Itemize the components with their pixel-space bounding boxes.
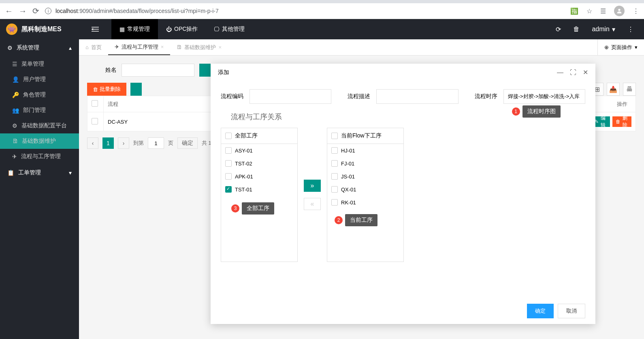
sidebar-item-role[interactable]: 🔑角色管理: [0, 87, 79, 103]
item-code: TST-01: [235, 187, 252, 193]
minimize-icon[interactable]: —: [557, 69, 563, 76]
transfer-left-panel: 全部工序 ASY-01TST-02APK-01TST-01 3 全部工序: [221, 128, 298, 262]
trash-icon: 🗑: [616, 119, 621, 124]
item-code: ASY-01: [235, 148, 253, 154]
sidebar-group-workorder[interactable]: 📋 工单管理 ▾: [0, 164, 79, 181]
item-code: JS-01: [341, 174, 355, 180]
bookmark-icon[interactable]: ☆: [586, 7, 592, 15]
seq-input[interactable]: [503, 89, 585, 104]
move-right-button[interactable]: »: [304, 180, 321, 192]
sidebar-toggle-icon[interactable]: [79, 19, 111, 39]
transfer-left-item[interactable]: TST-02: [221, 157, 297, 170]
right-select-all-checkbox[interactable]: [331, 133, 338, 139]
tab-basedata[interactable]: 🖺基础数据维护×: [170, 39, 228, 55]
tab-label: 基础数据维护: [184, 44, 216, 51]
close-icon[interactable]: ×: [218, 44, 222, 50]
transfer-left-item[interactable]: TST-01: [221, 183, 297, 196]
refresh-data-icon[interactable]: ⟳: [556, 26, 561, 33]
sidebar-group-system[interactable]: ⚙ 系统管理 ▴: [0, 39, 79, 56]
transfer-right-item[interactable]: QX-01: [327, 183, 403, 196]
trash-icon[interactable]: 🗑: [573, 26, 580, 33]
nav-opc[interactable]: ⏻ OPC操作: [158, 19, 206, 39]
refresh-icon[interactable]: ⟳: [32, 6, 39, 16]
tab-label: 流程与工序管理: [122, 43, 158, 51]
annotation-label-2: 当前工序: [345, 214, 377, 226]
forward-icon[interactable]: →: [19, 6, 27, 16]
annotation-label-1: 流程时序图: [522, 105, 561, 118]
batch-delete-button[interactable]: 🗑批量删除: [87, 83, 126, 96]
power-icon: ⏻: [166, 26, 172, 32]
code-label: 流程编码: [221, 93, 243, 100]
nav-normal-manage[interactable]: ▦ 常规管理: [111, 19, 158, 39]
reader-icon[interactable]: ☰: [600, 7, 606, 15]
goto-confirm-button[interactable]: 确定: [177, 137, 198, 149]
content-area: ⌂首页 ✈流程与工序管理× 🖺基础数据维护× ⊕页面操作▾ 姓名 🗑批量删除 ⊞…: [79, 39, 644, 339]
home-icon: ⌂: [85, 44, 89, 50]
tab-flow-process[interactable]: ✈流程与工序管理×: [108, 39, 171, 55]
item-checkbox[interactable]: [225, 147, 232, 154]
sidebar-item-label: 用户管理: [23, 76, 46, 83]
next-page-button[interactable]: ›: [118, 137, 129, 149]
sidebar-item-dept[interactable]: 👥部门管理: [0, 103, 79, 118]
cancel-button[interactable]: 取消: [558, 304, 585, 318]
back-icon[interactable]: ←: [5, 6, 13, 16]
add-button[interactable]: [130, 83, 142, 96]
maximize-icon[interactable]: ⛶: [570, 69, 576, 76]
desc-input[interactable]: [376, 89, 458, 104]
transfer-right-item[interactable]: JS-01: [327, 170, 403, 183]
item-checkbox[interactable]: [331, 160, 338, 167]
sidebar-item-label: 基础数据维护: [22, 137, 56, 145]
transfer-right-item[interactable]: RK-01: [327, 196, 403, 209]
delete-button[interactable]: 🗑删除: [612, 116, 631, 127]
calendar-icon: 📋: [7, 170, 14, 176]
profile-icon[interactable]: [614, 6, 625, 16]
page-1-button[interactable]: 1: [102, 137, 114, 149]
move-left-button[interactable]: «: [304, 198, 321, 210]
confirm-button[interactable]: 确定: [527, 304, 554, 318]
prev-page-button[interactable]: ‹: [87, 137, 98, 149]
close-icon[interactable]: ✕: [583, 69, 588, 76]
translate-icon[interactable]: 🈯: [570, 7, 578, 15]
code-input[interactable]: [249, 89, 331, 104]
transfer-left-item[interactable]: ASY-01: [221, 144, 297, 157]
transfer-right-item[interactable]: FJ-01: [327, 157, 403, 170]
sidebar-item-basedata-config[interactable]: ⚙基础数据配置平台: [0, 118, 79, 133]
sidebar-group-label: 工单管理: [18, 169, 41, 176]
sidebar-item-flow[interactable]: ✈流程与工序管理: [0, 149, 79, 164]
send-icon: ✈: [115, 44, 119, 50]
tab-home[interactable]: ⌂首页: [79, 39, 108, 55]
export-icon[interactable]: 📥: [607, 83, 620, 96]
item-checkbox[interactable]: [225, 186, 232, 193]
sidebar-item-basedata-maintain[interactable]: 🖺基础数据维护: [0, 133, 79, 149]
left-select-all-checkbox[interactable]: [225, 133, 232, 139]
page-input[interactable]: [148, 137, 164, 149]
search-name-input[interactable]: [122, 64, 194, 77]
menu-icon[interactable]: ⋮: [633, 7, 639, 15]
transfer-right-item[interactable]: HJ-01: [327, 144, 403, 157]
sidebar-item-user[interactable]: 👤用户管理: [0, 72, 79, 87]
add-modal: 添加 — ⛶ ✕ 流程编码 流程描述: [211, 64, 595, 324]
sidebar-item-label: 部门管理: [23, 107, 46, 114]
svg-point-0: [618, 9, 620, 11]
row-checkbox[interactable]: [92, 118, 98, 124]
item-checkbox[interactable]: [331, 173, 338, 180]
select-all-checkbox[interactable]: [92, 100, 98, 107]
item-checkbox[interactable]: [225, 160, 232, 167]
print-icon[interactable]: 🖶: [623, 83, 636, 96]
transfer-left-item[interactable]: APK-01: [221, 170, 297, 183]
user-menu[interactable]: admin ▾: [592, 26, 615, 33]
close-icon[interactable]: ×: [161, 44, 164, 50]
item-checkbox[interactable]: [331, 199, 338, 206]
item-checkbox[interactable]: [331, 186, 338, 193]
logo[interactable]: 👾 黑科制造MES: [0, 24, 79, 35]
gear-icon: ⚙: [12, 122, 17, 129]
site-info-icon[interactable]: i: [45, 8, 51, 14]
tabs-bar: ⌂首页 ✈流程与工序管理× 🖺基础数据维护× ⊕页面操作▾: [79, 39, 644, 56]
item-checkbox[interactable]: [225, 173, 232, 180]
sidebar-item-label: 流程与工序管理: [21, 153, 61, 160]
nav-other[interactable]: 🖵 其他管理: [206, 19, 253, 39]
sidebar-item-menu[interactable]: ☰菜单管理: [0, 56, 79, 72]
more-icon[interactable]: ⋮: [627, 26, 634, 33]
item-checkbox[interactable]: [331, 147, 338, 154]
page-operations-menu[interactable]: ⊕页面操作▾: [597, 39, 644, 55]
